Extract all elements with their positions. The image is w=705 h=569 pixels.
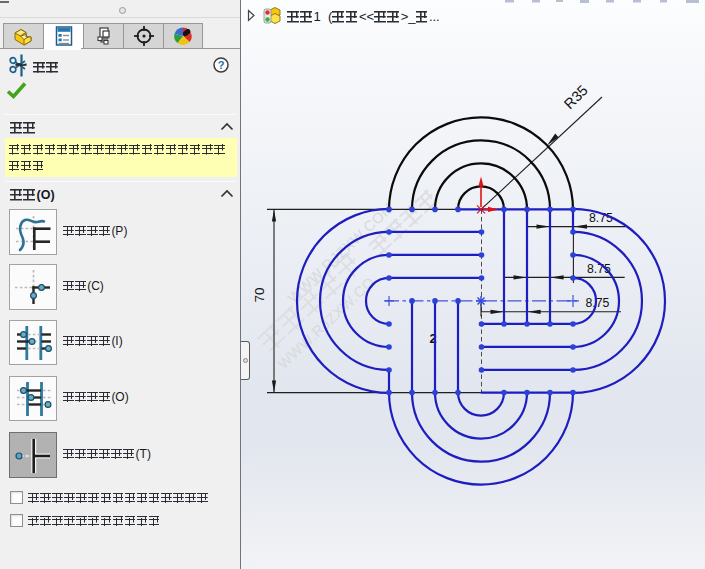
svg-text:R35: R35 — [561, 82, 591, 112]
svg-text:70: 70 — [252, 287, 267, 302]
svg-text:8.75: 8.75 — [586, 296, 610, 310]
svg-text:?: ? — [218, 59, 225, 71]
